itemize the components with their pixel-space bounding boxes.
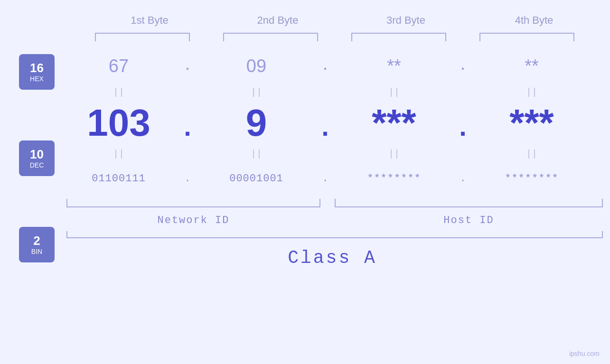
byte-header-4: 4th Byte <box>475 14 593 27</box>
dec-badge-num: 10 <box>30 148 44 161</box>
dec-byte-4: *** <box>509 102 554 144</box>
bin-badge-label: BIN <box>31 248 42 255</box>
bin-byte-1: 01100111 <box>92 173 146 185</box>
dec-row: 103 . 9 . *** . *** <box>59 99 610 147</box>
class-label: Class A <box>288 248 377 268</box>
byte-header-2: 2nd Byte <box>218 14 337 27</box>
bin-byte-3: ******** <box>367 173 421 185</box>
hex-byte-2: 09 <box>246 56 266 76</box>
dec-byte-3: *** <box>372 102 416 144</box>
main-container: 1st Byte 2nd Byte 3rd Byte 4th Byte 16 H… <box>0 0 610 364</box>
byte-header-1: 1st Byte <box>90 14 209 27</box>
bin-byte-4: ******** <box>505 173 559 185</box>
dec-byte-1: 103 <box>87 102 150 144</box>
hex-byte-4: ** <box>525 56 539 76</box>
dec-byte-2: 9 <box>246 102 267 144</box>
equals-row-2: || || || || <box>59 147 610 161</box>
byte-header-3: 3rd Byte <box>347 14 465 27</box>
equals-row-1: || || || || <box>59 85 610 99</box>
hex-byte-1: 67 <box>109 56 129 76</box>
bin-byte-2: 00001001 <box>229 173 283 185</box>
hex-byte-3: ** <box>387 56 401 76</box>
dec-badge-label: DEC <box>30 161 44 169</box>
bin-badge-num: 2 <box>33 234 40 248</box>
dec-badge: 10 DEC <box>19 140 55 176</box>
hex-badge-label: HEX <box>30 75 44 83</box>
host-id-label: Host ID <box>443 215 494 226</box>
hex-row: 67 . 09 . ** . ** <box>59 47 610 85</box>
bin-row: 01100111 . 00001001 . ******** . *******… <box>59 161 610 196</box>
bin-badge: 2 BIN <box>19 227 55 262</box>
watermark: ipshu.com <box>569 350 600 357</box>
hex-badge: 16 HEX <box>19 54 55 90</box>
hex-badge-num: 16 <box>30 61 44 75</box>
network-id-label: Network ID <box>157 215 229 226</box>
